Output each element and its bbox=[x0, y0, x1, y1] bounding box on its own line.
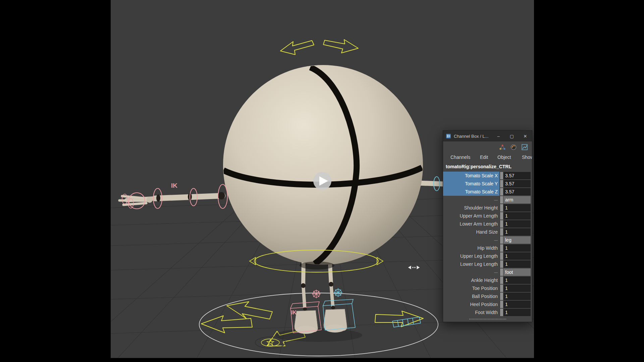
channel-value-field[interactable]: 3.57 bbox=[503, 172, 531, 179]
channel-label[interactable]: Tomato Scale Y bbox=[443, 180, 499, 188]
channel-slider-strip[interactable] bbox=[499, 236, 503, 244]
menu-channels[interactable]: Channels bbox=[450, 155, 470, 160]
channel-label[interactable]: — bbox=[443, 196, 499, 204]
play-button[interactable] bbox=[313, 172, 331, 190]
channel-slider-strip[interactable] bbox=[499, 188, 503, 195]
menu-show[interactable]: Show bbox=[522, 155, 532, 160]
channel-label[interactable]: Shoulder Height bbox=[443, 204, 499, 212]
channel-row: Ankle Height1 bbox=[443, 276, 531, 284]
channel-label[interactable]: Heel Position bbox=[443, 300, 499, 308]
channel-label[interactable]: Foot Width bbox=[443, 308, 499, 316]
star-control[interactable] bbox=[255, 337, 285, 348]
channel-separator-row: —foot bbox=[443, 268, 531, 276]
channel-value-field[interactable]: 1 bbox=[503, 228, 531, 236]
channel-value-field[interactable]: 1 bbox=[503, 309, 531, 316]
maximize-button[interactable]: ▢ bbox=[505, 131, 519, 141]
channel-slider-strip[interactable] bbox=[499, 293, 503, 300]
channel-slider-strip[interactable] bbox=[499, 220, 503, 228]
channel-box-menubar: ChannelsEditObjectShow bbox=[443, 153, 532, 162]
channel-slider-strip[interactable] bbox=[499, 268, 503, 276]
panel-resize-dots[interactable] bbox=[469, 319, 506, 319]
channel-row: Lower Arm Length1 bbox=[443, 220, 531, 228]
channel-row: Tomato Scale X3.57 bbox=[443, 172, 531, 180]
left-arm bbox=[119, 192, 225, 205]
channel-slider-strip[interactable] bbox=[499, 212, 503, 220]
channel-slider-strip[interactable] bbox=[499, 244, 503, 252]
hip-gizmo-pink[interactable] bbox=[312, 290, 321, 298]
master-control-circle[interactable] bbox=[199, 293, 438, 356]
channel-separator-row: —leg bbox=[443, 236, 531, 244]
gizmo-cyan[interactable] bbox=[334, 288, 342, 297]
channel-value-field[interactable]: 3.57 bbox=[503, 188, 531, 195]
channel-value-field[interactable]: 1 bbox=[503, 285, 531, 292]
channel-label[interactable]: Upper Arm Length bbox=[443, 212, 499, 220]
channel-value-field[interactable]: 1 bbox=[503, 212, 531, 220]
channel-value-field[interactable]: 3.57 bbox=[503, 180, 531, 187]
ik-label-left-foot[interactable]: IK bbox=[291, 310, 297, 315]
channel-slider-strip[interactable] bbox=[499, 301, 503, 308]
channel-label[interactable]: Hip Width bbox=[443, 244, 499, 252]
letterbox-bottom bbox=[0, 358, 644, 362]
channel-value-field[interactable]: 1 bbox=[503, 293, 531, 300]
channel-value-field[interactable]: arm bbox=[503, 196, 531, 203]
channel-slider-strip[interactable] bbox=[499, 309, 503, 316]
graph-editor-icon[interactable] bbox=[521, 144, 528, 150]
channel-slider-strip[interactable] bbox=[499, 285, 503, 292]
channel-rows: Tomato Scale X3.57Tomato Scale Y3.57Toma… bbox=[443, 172, 532, 316]
channel-row: Lower Leg Length1 bbox=[443, 260, 531, 268]
channel-label[interactable]: — bbox=[443, 236, 499, 244]
video-frame: IK IK bbox=[0, 0, 644, 362]
channel-label[interactable]: Ankle Height bbox=[443, 276, 499, 284]
channel-value-field[interactable]: 1 bbox=[503, 260, 531, 268]
letterbox-left bbox=[0, 0, 111, 362]
keyable-nodes-icon[interactable] bbox=[499, 144, 506, 150]
channel-slider-strip[interactable] bbox=[499, 180, 503, 187]
ik-label-left-arm[interactable]: IK bbox=[171, 182, 177, 189]
tomato-body[interactable] bbox=[223, 65, 423, 265]
channel-slider-strip[interactable] bbox=[499, 196, 503, 203]
channel-slider-strip[interactable] bbox=[499, 228, 503, 236]
channel-row: Hand Size1 bbox=[443, 228, 531, 236]
channel-slider-strip[interactable] bbox=[499, 260, 503, 268]
menu-edit[interactable]: Edit bbox=[480, 155, 488, 160]
channel-value-field[interactable]: 1 bbox=[503, 220, 531, 228]
channel-value-field[interactable]: 1 bbox=[503, 277, 531, 284]
channel-value-field[interactable]: 1 bbox=[503, 244, 531, 252]
channel-label[interactable]: Hand Size bbox=[443, 228, 499, 236]
channel-row: Upper Arm Length1 bbox=[443, 212, 531, 220]
channel-label[interactable]: Ball Position bbox=[443, 292, 499, 300]
speed-state-icon[interactable] bbox=[510, 144, 517, 150]
channel-value-field[interactable]: 1 bbox=[503, 204, 531, 212]
channel-row: Hip Width1 bbox=[443, 244, 531, 252]
channel-box-app-icon bbox=[446, 133, 451, 139]
channel-value-field[interactable]: foot bbox=[503, 268, 531, 276]
channel-row: Toe Position1 bbox=[443, 284, 531, 292]
channel-label[interactable]: Tomato Scale X bbox=[443, 172, 499, 180]
channel-value-field[interactable]: leg bbox=[503, 236, 531, 244]
channel-value-field[interactable]: 1 bbox=[503, 301, 531, 308]
channel-label[interactable]: Tomato Scale Z bbox=[443, 188, 499, 196]
channel-label[interactable]: — bbox=[443, 268, 499, 276]
channel-row: Tomato Scale Y3.57 bbox=[443, 180, 531, 188]
channel-box-toolbar bbox=[443, 141, 532, 153]
close-button[interactable]: ✕ bbox=[519, 131, 532, 141]
channel-slider-strip[interactable] bbox=[499, 204, 503, 212]
channel-label[interactable]: Upper Leg Length bbox=[443, 252, 499, 260]
letterbox-right bbox=[534, 0, 644, 362]
channel-slider-strip[interactable] bbox=[499, 277, 503, 284]
window-titlebar[interactable]: Channel Box / L... – ▢ ✕ bbox=[443, 131, 532, 141]
channel-label[interactable]: Lower Arm Length bbox=[443, 220, 499, 228]
menu-object[interactable]: Object bbox=[497, 155, 511, 160]
pelvis-shadow bbox=[300, 261, 334, 269]
channel-separator-row: —arm bbox=[443, 196, 531, 204]
channel-label[interactable]: Lower Leg Length bbox=[443, 260, 499, 268]
minimize-button[interactable]: – bbox=[492, 131, 505, 141]
mouse-cursor-track-icon bbox=[408, 265, 420, 269]
channel-label[interactable]: Toe Position bbox=[443, 284, 499, 292]
channel-slider-strip[interactable] bbox=[499, 172, 503, 179]
top-rotate-control[interactable] bbox=[280, 40, 358, 55]
selected-object-name[interactable]: tomatoRig:personalize_CTRL bbox=[443, 162, 532, 172]
channel-box-window: Channel Box / L... – ▢ ✕ Chan bbox=[443, 130, 532, 322]
channel-value-field[interactable]: 1 bbox=[503, 252, 531, 260]
channel-slider-strip[interactable] bbox=[499, 252, 503, 260]
